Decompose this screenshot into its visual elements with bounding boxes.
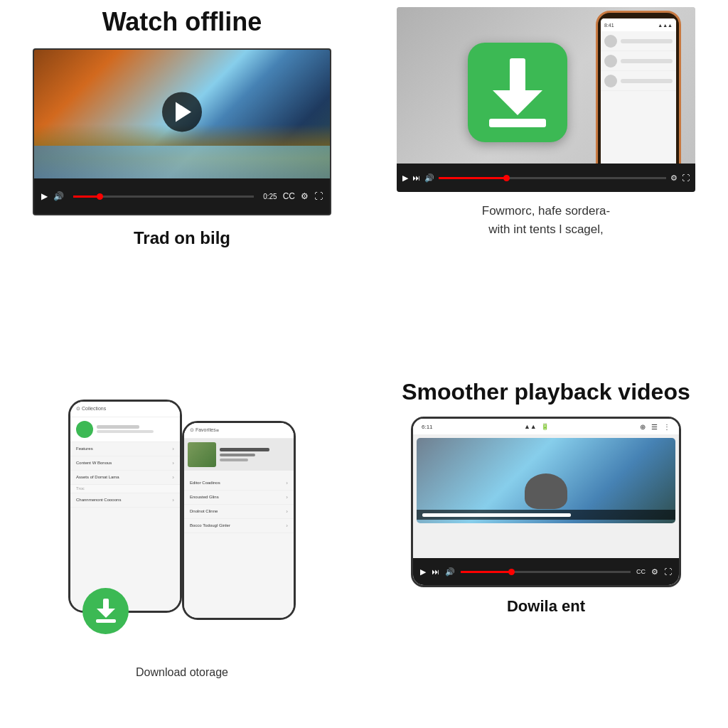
tr-desc: Fowmorc, hafe sordera- with int tents l … xyxy=(482,202,610,238)
progress-dot xyxy=(97,193,103,200)
phone-landscape: 6:11 ▲▲ 🔋 ⊕ ☰ ⋮ xyxy=(411,417,681,587)
menu-item-3[interactable]: Assets of Domat Lama › xyxy=(70,471,180,485)
bl-subtitle: Download otorage xyxy=(136,666,228,679)
tr-desc-line1: Fowmorc, hafe sordera- xyxy=(482,204,610,218)
phone-text-3 xyxy=(621,79,673,83)
video-time: 0:25 xyxy=(263,193,277,200)
video-controls-bar[interactable]: ▶ 🔊 0:25 CC ⚙ ⛶ xyxy=(34,178,330,214)
phone-list-item-1 xyxy=(601,31,676,51)
menu-item-2[interactable]: Content W Bonous › xyxy=(70,456,180,471)
ls-fullscreen-icon[interactable]: ⛶ xyxy=(664,567,672,576)
phone-right-menu: ≡ xyxy=(216,428,219,433)
phone-signal: ▲▲▲ xyxy=(658,23,673,28)
ls-wifi: ▲▲ xyxy=(524,423,537,430)
rmenu-item-4[interactable]: Bocco Todougl Ginler › xyxy=(184,519,294,533)
phone-list-item-2 xyxy=(601,51,676,71)
tr-skip-icon[interactable]: ⏭ xyxy=(412,173,420,182)
phone-time: 8:41 xyxy=(604,23,614,28)
progress-fill xyxy=(73,196,100,198)
br-subtitle: Dowila ent xyxy=(507,597,585,616)
chevron-4: › xyxy=(172,497,174,503)
phone-right-thumb xyxy=(184,439,294,471)
video-player[interactable]: ▶ 🔊 0:25 CC ⚙ ⛶ xyxy=(33,48,331,215)
video-water xyxy=(34,146,330,181)
ls-battery: 🔋 xyxy=(541,423,549,430)
tr-volume-icon[interactable]: 🔊 xyxy=(424,173,434,183)
phone-status-bar: 8:41 ▲▲▲ xyxy=(601,18,676,31)
phone-right-title: ⊙ Favorites xyxy=(190,427,216,433)
cc-icon[interactable]: CC xyxy=(283,191,295,201)
phone-avatar xyxy=(604,35,617,48)
ls-settings-icon[interactable]: ⚙ xyxy=(651,567,658,577)
video-thumbnail xyxy=(417,438,675,523)
br-title: Smoother playback videos xyxy=(402,378,690,405)
menu-item-1[interactable]: Features › xyxy=(70,442,180,456)
menu-spacer xyxy=(184,471,294,476)
br-title-text: Smoother playback videos xyxy=(402,379,690,405)
phone-menu-items: Features › Content W Bonous › Assets of … xyxy=(70,442,180,611)
cell-top-left: Watch offline ▶ 🔊 0:25 CC ⚙ xyxy=(0,0,364,364)
phone-left-title: ⊙ Collections xyxy=(76,406,106,412)
download-arrow xyxy=(489,58,546,127)
ls-icon3[interactable]: ⋮ xyxy=(663,423,670,431)
download-icon-big[interactable] xyxy=(468,43,567,142)
ls-skip-icon[interactable]: ⏭ xyxy=(432,567,439,576)
ls-cc-icon[interactable]: CC xyxy=(636,568,646,575)
ls-volume-icon[interactable]: 🔊 xyxy=(445,567,455,577)
arrow-shaft xyxy=(510,58,525,90)
ls-progress-bar[interactable] xyxy=(461,571,631,573)
tr-progress-dot xyxy=(503,175,510,181)
ls-play-icon[interactable]: ▶ xyxy=(420,567,426,577)
ls-time: 6:11 xyxy=(422,424,433,430)
badge-head xyxy=(97,609,115,618)
rchevron-2: › xyxy=(286,494,288,500)
tr-settings-icon[interactable]: ⚙ xyxy=(670,173,678,183)
landscape-status: 6:11 ▲▲ 🔋 ⊕ ☰ ⋮ xyxy=(413,419,679,434)
volume-icon[interactable]: 🔊 xyxy=(53,191,64,201)
ls-icon2[interactable]: ☰ xyxy=(651,423,658,431)
main-grid: Watch offline ▶ 🔊 0:25 CC ⚙ xyxy=(0,0,728,728)
progress-bar[interactable] xyxy=(73,196,254,198)
play-button-large[interactable] xyxy=(162,92,202,132)
cell-top-right: 8:41 ▲▲▲ xyxy=(364,0,728,364)
phone-left: ⊙ Collections Features xyxy=(68,400,182,613)
phone-list-item-3 xyxy=(601,71,676,91)
badge-download-icon xyxy=(96,599,116,623)
rmenu-item-2[interactable]: Enousted Glins › xyxy=(184,491,294,505)
phone-screen: 8:41 ▲▲▲ xyxy=(601,18,676,176)
tr-play-icon[interactable]: ▶ xyxy=(402,173,408,183)
rmenu-item-1[interactable]: Editor Coadinos › xyxy=(184,476,294,491)
chevron-3: › xyxy=(172,474,174,481)
tr-video-controls[interactable]: ▶ ⏭ 🔊 ⚙ ⛶ xyxy=(397,164,695,192)
menu-item-4[interactable]: Channmenont Coooons › xyxy=(70,493,180,508)
landscape-controls[interactable]: ▶ ⏭ 🔊 CC ⚙ ⛶ xyxy=(413,558,679,585)
rmenu-item-3[interactable]: Dnolnot Clinne › xyxy=(184,505,294,519)
tr-progress-fill xyxy=(439,177,507,179)
phone-right: ⊙ Favorites ≡ Editor xyxy=(182,421,296,620)
video-background xyxy=(34,50,330,181)
play-icon[interactable]: ▶ xyxy=(41,191,48,201)
badge-base xyxy=(96,619,116,623)
ls-icon1[interactable]: ⊕ xyxy=(640,423,646,431)
landscape-screen: 6:11 ▲▲ 🔋 ⊕ ☰ ⋮ xyxy=(413,419,679,585)
settings-icon[interactable]: ⚙ xyxy=(301,191,309,201)
fullscreen-icon[interactable]: ⛶ xyxy=(314,191,323,201)
chevron-1: › xyxy=(172,446,174,452)
arrow-base xyxy=(489,119,546,127)
phone-avatar-2 xyxy=(604,55,617,68)
video-subtitle-bar xyxy=(417,510,675,520)
phone-text-1 xyxy=(621,39,673,43)
tr-fullscreen-icon[interactable]: ⛶ xyxy=(682,173,690,182)
rchevron-1: › xyxy=(286,480,288,486)
badge-shaft xyxy=(103,599,109,609)
ls-progress-dot xyxy=(508,569,515,575)
tl-subtitle: Trad on bilg xyxy=(134,228,230,248)
phone-text-2 xyxy=(621,59,673,63)
phone-left-header: ⊙ Collections xyxy=(70,402,180,417)
download-badge xyxy=(82,588,129,634)
phone-left-screen: ⊙ Collections Features xyxy=(70,402,180,611)
chevron-2: › xyxy=(172,460,174,466)
main-title: Watch offline xyxy=(102,7,262,37)
phone-device: 8:41 ▲▲▲ xyxy=(596,11,681,181)
tr-progress-bar[interactable] xyxy=(439,177,666,179)
